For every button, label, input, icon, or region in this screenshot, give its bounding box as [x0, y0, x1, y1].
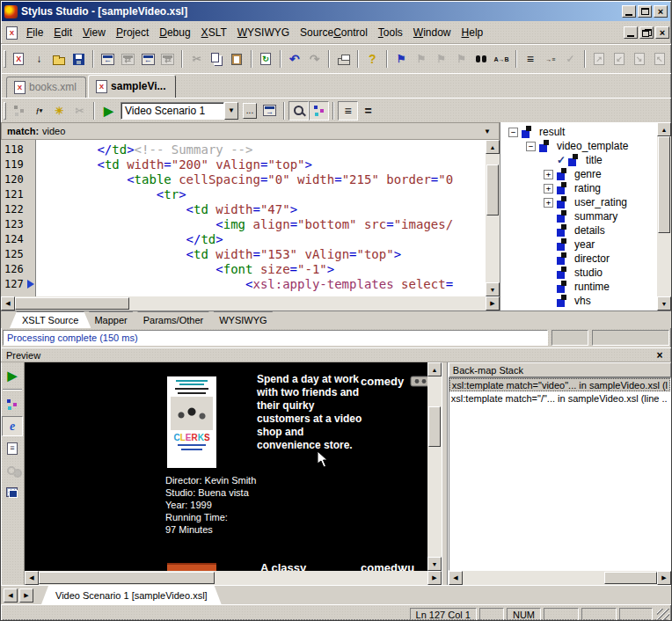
panel-splitter[interactable]: [442, 362, 448, 585]
tab-scroll-left-icon[interactable]: ◀: [4, 588, 18, 603]
mapper-icon[interactable]: [2, 394, 23, 414]
replace-icon[interactable]: A→B: [492, 49, 512, 69]
title-bar[interactable]: Stylus Studio - [sampleVideo.xsl] ×: [2, 2, 670, 21]
scroll-left-icon[interactable]: ◀: [1, 296, 15, 310]
scroll-up-icon[interactable]: ▲: [486, 140, 500, 154]
save-icon[interactable]: [69, 49, 89, 69]
menu-window[interactable]: Window: [408, 25, 457, 40]
backmap-hscrollbar[interactable]: ◀ ▶: [449, 571, 671, 585]
run-icon[interactable]: ▶: [99, 101, 119, 121]
collapse-icon[interactable]: −: [526, 142, 536, 151]
editor-hscroll-thumb[interactable]: [15, 297, 129, 310]
tree-node-year[interactable]: year: [505, 237, 657, 252]
export-result-icon[interactable]: [2, 482, 23, 502]
window-sync-icon[interactable]: ⇄: [158, 49, 179, 69]
settings-icon[interactable]: [2, 460, 23, 480]
preview-content[interactable]: CLERKS Spend a day at work with two frie…: [25, 362, 427, 571]
mdi-minimize-button[interactable]: [624, 26, 638, 39]
wrap-lines-icon[interactable]: ≡: [338, 101, 358, 121]
cut-icon[interactable]: ✂: [186, 49, 207, 69]
expand-icon[interactable]: +: [544, 184, 553, 194]
refresh-icon[interactable]: ↻: [256, 49, 276, 69]
tree-node-summary[interactable]: summary: [505, 209, 657, 223]
preview-hscrollbar[interactable]: ◀ ▶: [25, 571, 442, 585]
menu-file[interactable]: File: [21, 25, 48, 40]
doc-tab-samplevi-[interactable]: XsampleVi...: [88, 75, 175, 98]
tree-vscrollbar[interactable]: ▲ ▼: [657, 122, 671, 310]
disconnect-icon[interactable]: ✂: [69, 101, 90, 121]
doc-wizard-icon[interactable]: ↗: [589, 49, 610, 69]
tree-node-title[interactable]: ✓title: [505, 153, 657, 167]
tree-node-user_rating[interactable]: +user_rating: [505, 195, 657, 209]
scroll-right-icon[interactable]: ▶: [657, 571, 671, 585]
menu-debug[interactable]: Debug: [154, 25, 195, 40]
menu-wysiwyg[interactable]: WYSIWYG: [232, 25, 295, 40]
menu-sourcecontrol[interactable]: SourceControl: [295, 25, 373, 40]
bookmark-icon[interactable]: ⚑: [391, 49, 412, 69]
tree-node-result[interactable]: −result: [505, 125, 657, 139]
open-icon[interactable]: [49, 49, 69, 69]
toolbar-gripper[interactable]: [4, 50, 6, 68]
back-window-icon[interactable]: ←: [98, 49, 118, 69]
match-dropdown-icon[interactable]: ▼: [481, 128, 493, 135]
tree-node-rating[interactable]: +rating: [505, 181, 657, 195]
scroll-down-icon[interactable]: ▼: [486, 282, 500, 296]
mdi-close-button[interactable]: ×: [655, 26, 669, 39]
doc-export-icon[interactable]: ↘: [630, 49, 650, 69]
doc-revert-icon[interactable]: ↖: [649, 49, 669, 69]
scroll-left-icon[interactable]: ◀: [449, 571, 463, 585]
preview-window-icon[interactable]: [289, 101, 309, 121]
browser-preview-icon[interactable]: e: [2, 416, 23, 436]
tree-node-vhs[interactable]: vhs: [505, 294, 657, 308]
mdi-restore-button[interactable]: [639, 26, 654, 39]
scroll-down-icon[interactable]: ▼: [657, 296, 671, 310]
preview-vscrollbar[interactable]: ▲ ▼: [427, 362, 442, 571]
text-preview-icon[interactable]: ≡: [2, 438, 23, 458]
preview-tree-icon[interactable]: [309, 101, 329, 121]
editor-hscrollbar[interactable]: ◀ ▶: [1, 296, 500, 310]
menu-xslt[interactable]: XSLT: [196, 25, 232, 40]
menu-project[interactable]: Project: [111, 25, 154, 40]
preview-close-icon[interactable]: ×: [654, 349, 666, 362]
prev-bookmark-icon[interactable]: ⚑: [431, 49, 451, 69]
tree-node-details[interactable]: details: [505, 223, 657, 237]
menu-help[interactable]: Help: [457, 25, 489, 40]
scenario-tab[interactable]: Video Scenario 1 [sampleVideo.xsl]: [41, 586, 222, 604]
tab-params-other[interactable]: Params/Other: [131, 311, 215, 328]
scenario-combo-dropdown[interactable]: ▼: [224, 102, 238, 120]
window-link-icon[interactable]: ⇄: [118, 49, 138, 69]
tree-node-studio[interactable]: studio: [505, 266, 657, 280]
export-scenario-icon[interactable]: →: [259, 101, 280, 121]
tab-mapper[interactable]: Mapper: [82, 311, 139, 328]
menu-edit[interactable]: Edit: [48, 25, 77, 40]
tree-node-genre[interactable]: +genre: [505, 167, 657, 181]
browse-scenarios-button[interactable]: ...: [243, 103, 257, 119]
scroll-up-icon[interactable]: ▲: [427, 362, 442, 376]
backmap-item[interactable]: xsl:template match="video"... in sampleV…: [449, 378, 670, 391]
line-mode-icon[interactable]: =: [358, 101, 378, 121]
tree-node-director[interactable]: director: [505, 252, 657, 266]
toolbar-gripper[interactable]: [4, 102, 6, 120]
import-document-icon[interactable]: ↓: [29, 49, 49, 69]
function-icon[interactable]: ƒ▾: [29, 101, 49, 121]
menu-tools[interactable]: Tools: [373, 25, 408, 40]
next-bookmark-icon[interactable]: ⚑: [412, 49, 432, 69]
redo-icon[interactable]: ↷: [304, 49, 325, 69]
tab-xslt-source[interactable]: XSLT Source: [10, 311, 91, 328]
run-icon[interactable]: ▶: [2, 365, 23, 385]
tree-node-video_template[interactable]: −video_template: [505, 139, 657, 153]
mapper-icon[interactable]: [9, 101, 29, 121]
code-area[interactable]: </td><!-- Summary --> <td width="200" vA…: [36, 140, 486, 296]
scroll-right-icon[interactable]: ▶: [427, 571, 442, 585]
preview-vscroll-thumb[interactable]: [428, 406, 441, 447]
tree-node-runtime[interactable]: runtime: [505, 280, 657, 294]
scroll-left-icon[interactable]: ◀: [25, 571, 39, 585]
paste-icon[interactable]: [227, 49, 247, 69]
scroll-up-icon[interactable]: ▲: [657, 122, 671, 136]
resize-grip[interactable]: [657, 609, 669, 621]
preview-hscroll-thumb[interactable]: [39, 572, 215, 584]
clear-bookmarks-icon[interactable]: ⚑: [451, 49, 471, 69]
tree-vscroll-thumb[interactable]: [658, 136, 670, 233]
maximize-button[interactable]: [638, 5, 652, 18]
backmap-item[interactable]: xsl:template match="/"... in sampleVideo…: [449, 391, 670, 405]
